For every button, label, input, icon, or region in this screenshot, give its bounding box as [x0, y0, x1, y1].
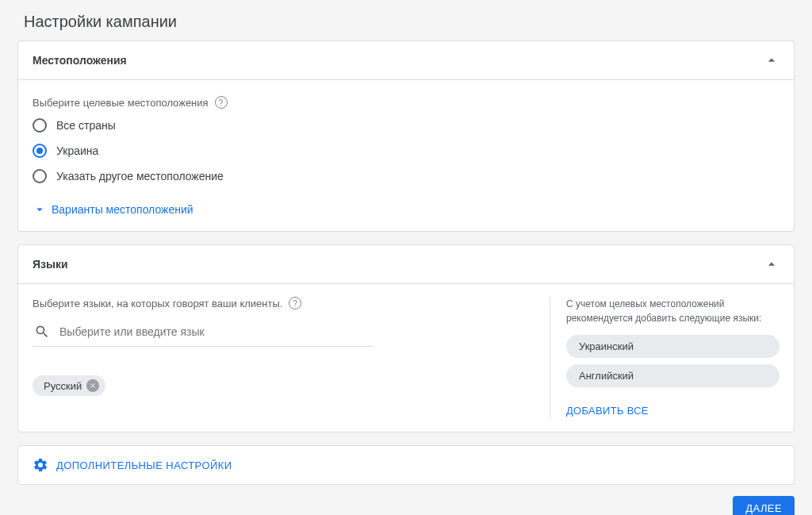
radio-ukraine[interactable]: Украина — [33, 144, 779, 158]
next-button[interactable]: ДАЛЕЕ — [733, 496, 795, 515]
radio-label: Все страны — [56, 119, 116, 132]
recommended-language-ukrainian[interactable]: Украинский — [566, 335, 779, 358]
radio-icon — [33, 118, 47, 133]
location-radio-group: Все страны Украина Указать другое местоп… — [33, 118, 779, 183]
page-title: Настройки кампании — [0, 0, 812, 40]
chip-remove-icon[interactable] — [86, 379, 99, 392]
additional-settings-label: ДОПОЛНИТЕЛЬНЫЕ НАСТРОЙКИ — [56, 459, 232, 471]
location-options-expander[interactable]: Варианты местоположений — [33, 202, 779, 217]
languages-title: Языки — [33, 258, 68, 271]
locations-body: Выберите целевые местоположения ? Все ст… — [18, 79, 794, 231]
languages-prompt: Выберите языки, на которых говорят ваши … — [33, 298, 282, 309]
radio-icon — [33, 169, 47, 183]
radio-label: Указать другое местоположение — [56, 170, 224, 183]
recommendation-text: С учетом целевых местоположений рекоменд… — [566, 297, 779, 325]
language-search-input[interactable] — [59, 325, 372, 338]
additional-settings-bar[interactable]: ДОПОЛНИТЕЛЬНЫЕ НАСТРОЙКИ — [17, 445, 795, 485]
chevron-up-icon — [764, 52, 779, 68]
locations-prompt: Выберите целевые местоположения — [33, 97, 209, 109]
locations-card-header[interactable]: Местоположения — [18, 41, 794, 79]
search-icon — [34, 324, 50, 340]
recommended-language-english[interactable]: Английский — [566, 364, 779, 387]
languages-card: Языки Выберите языки, на которых говорят… — [17, 244, 795, 432]
language-search-row — [33, 319, 373, 347]
help-icon[interactable]: ? — [215, 96, 228, 109]
expander-label: Варианты местоположений — [52, 203, 193, 216]
radio-all-countries[interactable]: Все страны — [33, 118, 779, 133]
chevron-down-icon — [33, 202, 47, 217]
languages-card-header[interactable]: Языки — [18, 245, 794, 283]
help-icon[interactable]: ? — [289, 297, 301, 309]
locations-card: Местоположения Выберите целевые местопол… — [17, 40, 795, 232]
radio-label: Украина — [56, 144, 98, 157]
radio-other-location[interactable]: Указать другое местоположение — [33, 169, 779, 183]
radio-icon — [33, 144, 47, 158]
locations-title: Местоположения — [33, 54, 127, 67]
add-all-button[interactable]: ДОБАВИТЬ ВСЕ — [566, 405, 649, 417]
chip-label: Русский — [44, 380, 82, 392]
chevron-up-icon — [764, 256, 779, 272]
selected-language-chip: Русский — [33, 375, 105, 396]
gear-icon — [33, 457, 48, 473]
languages-body: Выберите языки, на которых говорят ваши … — [18, 283, 794, 432]
